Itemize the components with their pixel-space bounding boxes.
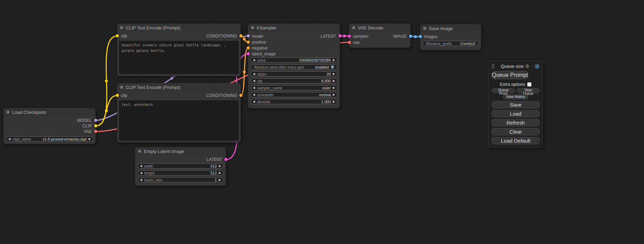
clear-button[interactable]: Clear	[492, 128, 540, 135]
port-conditioning-output[interactable]	[239, 34, 242, 37]
cfg-widget[interactable]: ◀ cfg 8.000 ▶	[250, 78, 337, 83]
node-header[interactable]: Load Checkpoint	[3, 108, 96, 116]
increment-arrow-icon[interactable]: ▶	[331, 93, 337, 96]
seed-widget[interactable]: ◀ seed 156680208700286 ▶	[250, 57, 337, 63]
decrement-arrow-icon[interactable]: ◀	[138, 172, 144, 174]
collapse-toggle-dot[interactable]	[251, 26, 254, 29]
collapse-toggle-dot[interactable]	[6, 110, 10, 114]
port-negative-input[interactable]	[247, 46, 250, 49]
output-slot-model: MODEL	[3, 118, 96, 123]
port-latent-output[interactable]	[224, 158, 228, 161]
decrement-arrow-icon[interactable]: ◀	[251, 73, 257, 75]
decrement-arrow-icon[interactable]: ◀	[138, 165, 144, 168]
sampler-name-widget[interactable]: ◀ sampler_name euler ▶	[250, 85, 337, 90]
decrement-arrow-icon[interactable]: ◀	[251, 87, 257, 89]
port-clip-output[interactable]	[94, 124, 97, 127]
port-model-input[interactable]	[247, 34, 250, 37]
collapse-toggle-dot[interactable]	[120, 26, 123, 29]
view-queue-button[interactable]: View Queue	[517, 88, 540, 93]
menu-header: Queue size: 0	[492, 63, 540, 70]
increment-arrow-icon[interactable]: ▶	[87, 138, 93, 141]
increment-arrow-icon[interactable]: ▶	[217, 179, 223, 181]
extra-options-checkbox[interactable]	[527, 82, 531, 87]
collapse-toggle-dot[interactable]	[352, 26, 355, 29]
collapse-toggle-dot[interactable]	[120, 85, 123, 89]
input-slot-latent-image: latent_image	[248, 51, 340, 57]
port-latent-image-input[interactable]	[247, 52, 250, 55]
output-slot-latent: LATENT	[135, 157, 226, 162]
steps-widget[interactable]: ◀ steps 20 ▶	[250, 71, 337, 76]
node-title: Save Image	[429, 26, 453, 31]
wire-midpoint-dot	[105, 109, 108, 112]
increment-arrow-icon[interactable]: ▶	[217, 165, 223, 168]
decrement-arrow-icon[interactable]: ◀	[251, 100, 257, 103]
port-vae-output[interactable]	[94, 130, 97, 133]
denoise-widget[interactable]: ◀ denoise 1.000 ▶	[250, 99, 337, 104]
decrement-arrow-icon[interactable]: ◀	[251, 80, 257, 82]
load-button[interactable]: Load	[492, 110, 540, 117]
node-vae-decode[interactable]: VAE Decode samples IMAGE vae	[349, 24, 411, 48]
extra-options-row: Extra options	[492, 82, 540, 87]
queue-front-button[interactable]: Queue Front	[492, 88, 515, 93]
node-header[interactable]: Empty Latent Image	[135, 147, 226, 155]
increment-arrow-icon[interactable]: ▶	[331, 87, 337, 89]
port-positive-input[interactable]	[247, 40, 250, 44]
port-image-output[interactable]	[409, 35, 412, 38]
port-latent-output[interactable]	[338, 34, 342, 37]
height-widget[interactable]: ◀ height 512 ▶	[138, 170, 223, 175]
node-clip-text-encode-positive[interactable]: CLIP Text Encode (Prompt) clip CONDITION…	[117, 24, 241, 76]
increment-arrow-icon[interactable]: ▶	[331, 73, 337, 75]
decrement-arrow-icon[interactable]: ◀	[251, 59, 257, 62]
port-clip-input[interactable]	[116, 94, 119, 97]
collapse-toggle-dot[interactable]	[423, 27, 426, 30]
width-widget[interactable]: ◀ width 512 ▶	[138, 163, 223, 169]
increment-arrow-icon[interactable]: ▶	[331, 80, 337, 82]
node-header[interactable]: KSampler	[248, 24, 340, 32]
scheduler-widget[interactable]: ◀ scheduler normal ▶	[250, 92, 337, 97]
increment-arrow-icon[interactable]: ▶	[331, 59, 337, 62]
queue-prompt-button[interactable]: Queue Prompt	[492, 71, 528, 79]
decrement-arrow-icon[interactable]: ◀	[251, 93, 257, 96]
node-empty-latent-image[interactable]: Empty Latent Image LATENT ◀ width 512 ▶ …	[135, 147, 226, 186]
node-header[interactable]: VAE Decode	[349, 24, 411, 32]
refresh-button[interactable]: Refresh	[492, 119, 540, 126]
decrement-arrow-icon[interactable]: ◀	[6, 138, 12, 141]
node-save-image[interactable]: Save Image images filename_prefix ComfyU…	[420, 24, 481, 50]
port-vae-input[interactable]	[348, 41, 351, 44]
load-default-button[interactable]: Load Default	[492, 137, 540, 144]
port-images-input[interactable]	[419, 35, 422, 38]
wire-midpoint-dot	[243, 38, 246, 40]
node-header[interactable]: CLIP Text Encode (Prompt)	[117, 24, 241, 32]
increment-arrow-icon[interactable]: ▶	[217, 172, 223, 174]
collapse-toggle-dot[interactable]	[138, 150, 141, 153]
node-title: Empty Latent Image	[144, 149, 184, 154]
toggle-knob-icon[interactable]	[331, 65, 334, 69]
queue-menu-panel: Queue size: 0 Queue Pr	[488, 61, 543, 148]
port-model-output[interactable]	[94, 119, 97, 122]
wire-midpoint-dot	[414, 35, 417, 38]
port-conditioning-output[interactable]	[239, 94, 242, 97]
node-clip-text-encode-negative[interactable]: CLIP Text Encode (Prompt) clip CONDITION…	[117, 83, 241, 143]
filename-prefix-widget[interactable]: filename_prefix ComfyUI	[423, 41, 479, 46]
batch-size-widget[interactable]: ◀ batch_size 1 ▶	[138, 177, 223, 182]
decrement-arrow-icon[interactable]: ◀	[138, 179, 144, 181]
port-clip-input[interactable]	[116, 34, 119, 37]
drag-handle-icon[interactable]	[492, 64, 495, 69]
extra-options-label: Extra options	[500, 82, 525, 87]
random-seed-toggle[interactable]: Random seed after every gen enabled	[250, 64, 337, 70]
settings-gear-icon[interactable]	[535, 64, 540, 69]
output-slot-vae: VAE	[3, 129, 96, 134]
node-title: Load Checkpoint	[12, 110, 46, 115]
view-history-button[interactable]: View History	[503, 94, 528, 99]
increment-arrow-icon[interactable]: ▶	[331, 100, 337, 103]
save-button[interactable]: Save	[492, 101, 540, 108]
node-header[interactable]: Save Image	[420, 24, 481, 33]
positive-prompt-textarea[interactable]: beautiful scenery nature glass bottle la…	[119, 41, 239, 74]
negative-prompt-textarea[interactable]: text, watermark	[119, 100, 239, 141]
port-samples-input[interactable]	[348, 35, 351, 38]
node-load-checkpoint[interactable]: Load Checkpoint MODEL CLIP VAE ◀ ckpt_na…	[3, 108, 96, 144]
ckpt-name-widget[interactable]: ◀ ckpt_name v1-5-pruned-emaonly.ckpt ▶	[6, 136, 93, 142]
node-ksampler[interactable]: KSampler model LATENT positive negative …	[248, 24, 340, 108]
graph-canvas[interactable]: Load Checkpoint MODEL CLIP VAE ◀ ckpt_na…	[0, 0, 644, 244]
node-header[interactable]: CLIP Text Encode (Prompt)	[117, 83, 241, 91]
